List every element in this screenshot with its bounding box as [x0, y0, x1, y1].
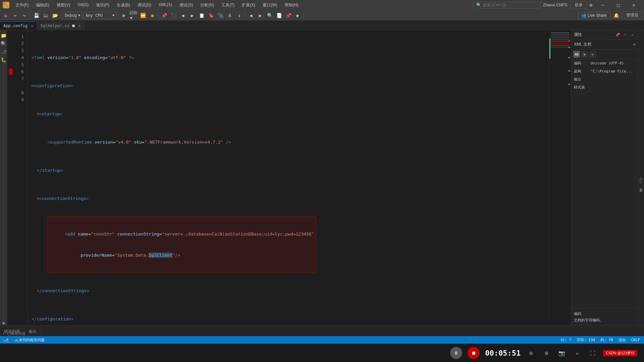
svg-rect-3	[6, 5, 8, 7]
menu-view[interactable]: 视图(V)	[53, 1, 73, 9]
start-label-btn[interactable]: 启动 ▼	[129, 11, 138, 20]
maximize-button[interactable]: □	[610, 0, 626, 10]
rec-camera-btn[interactable]: 📷	[557, 348, 567, 358]
prop-tool-3[interactable]: ✎	[589, 51, 596, 58]
toolbar-btn-1[interactable]: 📌	[160, 11, 168, 20]
toolbar-right: 👥 Live Share 🔔 管理员	[576, 11, 643, 20]
tab-app-config[interactable]: App.config ✕	[0, 21, 37, 30]
live-share-icon: 👥	[581, 13, 586, 18]
search-input[interactable]	[483, 3, 533, 7]
toolbar-btn-5[interactable]: 📋	[197, 11, 206, 20]
live-share-button[interactable]: 👥 Live Share	[578, 12, 610, 19]
tab-sqlhelper[interactable]: SqlHelper.cs ✕	[37, 21, 84, 30]
close-button[interactable]: ✕	[626, 0, 641, 10]
status-line-ending[interactable]: CRLF	[630, 338, 642, 343]
redo-btn[interactable]: ↪	[20, 11, 29, 20]
pause-button[interactable]: ⏸	[450, 347, 462, 359]
menu-git[interactable]: Git(G)	[74, 1, 92, 9]
prop-value-schema: "C:\Program File...	[591, 69, 635, 73]
debug-side-icon[interactable]: 🐛	[1, 57, 6, 62]
toolbar-btn-3[interactable]: ◀	[178, 11, 187, 20]
toolbar-btn-8[interactable]: A	[225, 11, 234, 20]
menu-file[interactable]: 文件(F)	[12, 1, 32, 9]
rec-pen-btn[interactable]: ✏	[572, 348, 582, 358]
play-button[interactable]: ▶	[120, 11, 128, 20]
status-bar: ⎇ ● 未找到相关问题 行: 7 字符: 134 列: 70 混合 CRLF	[0, 336, 644, 344]
settings-side-icon[interactable]: ⚙	[2, 321, 5, 325]
prop-label-stylesheet: 样式表	[574, 85, 591, 90]
toolbar-btn-4[interactable]: ▶	[188, 11, 197, 20]
xml-doc-dropdown[interactable]: ▼	[633, 43, 635, 46]
user-name: Zhaoxi.CNPS	[543, 3, 568, 7]
menu-xml[interactable]: XML(X)	[155, 1, 176, 9]
code-line-6: __⊟<connectionStrings>	[30, 195, 549, 202]
explorer-icon[interactable]: 📁	[1, 33, 6, 38]
cpu-dropdown[interactable]: Any CPU ▼	[83, 12, 117, 19]
toolbar-btn-7[interactable]: 📎	[216, 11, 225, 20]
minimize-button[interactable]: ─	[595, 0, 610, 10]
properties-collapse-icon[interactable]: ─	[622, 32, 628, 38]
status-mixed[interactable]: 混合	[617, 338, 627, 343]
tab-close-sqlhelper[interactable]: ✕	[78, 23, 80, 28]
menu-debug[interactable]: 调试(D)	[134, 1, 155, 9]
toolbar-btn-11[interactable]: ▶	[256, 11, 265, 20]
manage-button[interactable]: 管理员	[622, 11, 643, 19]
status-char[interactable]: 字符: 134	[575, 338, 596, 343]
menu-edit[interactable]: 编辑(E)	[33, 1, 53, 9]
menu-project[interactable]: 项目(P)	[93, 1, 113, 9]
rec-layout-btn[interactable]: ⊞	[541, 348, 551, 358]
code-editor[interactable]: <?xml version="1.0" encoding="utf-8" ?> …	[28, 30, 549, 325]
code-line-7-highlighted[interactable]: ______<add name="connStr" connectionStri…	[47, 216, 316, 273]
prop-tool-2[interactable]: ⚙	[581, 51, 588, 58]
toolbar-btn-14[interactable]: 📌	[284, 11, 293, 20]
menu-tools[interactable]: 工具(T)	[218, 1, 238, 9]
property-row-stylesheet: 样式表	[571, 84, 638, 92]
svg-rect-2	[4, 5, 6, 7]
zoom-level[interactable]: 132 % ▼	[3, 339, 19, 344]
notifications-btn[interactable]: 🔔	[612, 11, 621, 20]
status-row[interactable]: 行: 7	[559, 338, 573, 343]
menu-analyze[interactable]: 分析(N)	[197, 1, 217, 9]
git-side-icon[interactable]: ⎇	[1, 49, 6, 54]
settings-icon[interactable]: ⚙	[590, 2, 592, 8]
undo-btn[interactable]: ↩	[11, 11, 19, 20]
bottom-tab-output[interactable]: 输出	[24, 327, 41, 336]
status-col[interactable]: 列: 70	[599, 338, 614, 343]
code-line-8: __</connectionStrings>	[30, 287, 549, 294]
editor-wrapper: 1 2 3 4 5 6 7 8 9 <?xml version="1.0" en…	[7, 30, 571, 325]
rec-settings-btn[interactable]: ⚙	[526, 348, 536, 358]
signin-button[interactable]: 登录	[570, 1, 587, 9]
toolbar-btn-12[interactable]: 🔍	[265, 11, 274, 20]
save-btn[interactable]: 💾	[32, 11, 41, 20]
step-over-btn[interactable]: ⏩	[139, 11, 147, 20]
search-box[interactable]: 🔍	[473, 2, 540, 8]
debug-circle-btn[interactable]: ●	[148, 11, 157, 20]
menu-test[interactable]: 测试(S)	[176, 1, 196, 9]
properties-close-icon[interactable]: ✕	[629, 32, 635, 38]
menu-help[interactable]: 帮助(H)	[281, 1, 302, 9]
toolbar-btn-13[interactable]: 📑	[275, 11, 283, 20]
saved-text: 已保存的项	[7, 331, 25, 336]
open-btn[interactable]: 📂	[51, 11, 59, 20]
prop-tool-1[interactable]: AB	[573, 51, 580, 58]
pin-icon[interactable]: 📌	[614, 32, 621, 38]
menu-extend[interactable]: 扩展(X)	[238, 1, 259, 9]
toolbar-btn-15[interactable]: ▶	[293, 11, 302, 20]
toolbar-btn-9[interactable]: ↕	[235, 11, 244, 20]
toolbar-btn-10[interactable]: ◀	[247, 11, 255, 20]
status-char-text: 字符: 134	[577, 338, 595, 343]
save-all-btn[interactable]: 🗂	[41, 11, 50, 20]
toolbar-btn-6[interactable]: 🔖	[207, 11, 215, 20]
git-side-label[interactable]: Git 更改	[638, 178, 643, 186]
rec-fullscreen-btn[interactable]: ⛶	[588, 348, 598, 358]
search-side-icon[interactable]: 🔍	[1, 41, 6, 46]
xml-doc-title: XML 文档	[574, 42, 591, 47]
stop-button[interactable]: ⏹	[468, 347, 480, 359]
menu-build[interactable]: 生成(B)	[113, 1, 133, 9]
refresh-btn[interactable]: ↻	[1, 11, 10, 20]
tab-close-app-config[interactable]: ✕	[31, 23, 33, 28]
debug-dropdown[interactable]: Debug ▼	[62, 12, 83, 19]
prop-label-encoding: 编码	[574, 61, 591, 66]
toolbar-btn-2[interactable]: ⬛	[169, 11, 178, 20]
menu-window[interactable]: 窗口(W)	[259, 1, 280, 9]
